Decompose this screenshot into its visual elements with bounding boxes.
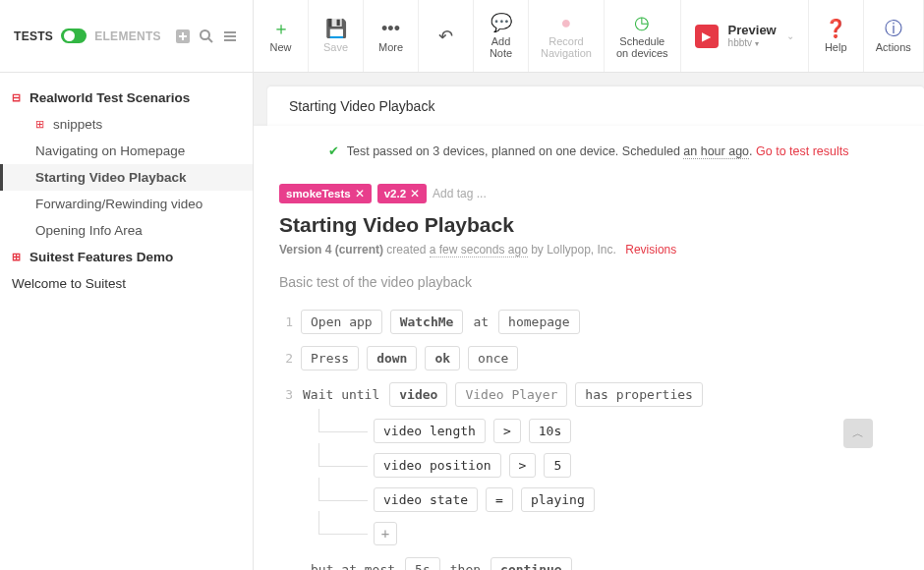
tag-smoketests[interactable]: smokeTests ✕ bbox=[279, 184, 372, 203]
add-note-button[interactable]: 💬Add Note bbox=[474, 0, 529, 72]
record-icon: ● bbox=[561, 14, 572, 31]
close-icon[interactable]: ✕ bbox=[410, 187, 420, 200]
plus-box-icon: ⊞ bbox=[12, 251, 24, 263]
new-button[interactable]: ＋New bbox=[254, 0, 309, 72]
step-number: 3 bbox=[279, 387, 293, 402]
add-icon[interactable] bbox=[174, 28, 192, 45]
tree-item-open-info[interactable]: Opening Info Area bbox=[0, 217, 253, 244]
tree-root-suitest[interactable]: ⊞Suitest Features Demo bbox=[0, 244, 253, 270]
property-row[interactable]: video position > 5 bbox=[374, 453, 898, 478]
plus-box-icon: ⊞ bbox=[35, 118, 47, 131]
undo-button[interactable]: ↶ bbox=[419, 0, 474, 72]
search-icon[interactable] bbox=[198, 28, 215, 45]
step-number: 2 bbox=[279, 351, 293, 366]
help-icon: ❓ bbox=[825, 20, 846, 37]
tree-item-snippets[interactable]: ⊞snippets bbox=[0, 111, 253, 138]
property-row[interactable]: video length > 10s bbox=[374, 419, 898, 443]
svg-point-1 bbox=[201, 30, 209, 39]
document-tab[interactable]: Starting Video Playback bbox=[267, 86, 924, 126]
help-button[interactable]: ❓Help bbox=[809, 0, 864, 72]
info-icon: ⓘ bbox=[885, 20, 902, 37]
play-icon: ▶ bbox=[695, 25, 719, 48]
step-3-tail[interactable]: but at most 5s then continue bbox=[309, 557, 898, 570]
tests-tab[interactable]: TESTS bbox=[14, 29, 53, 43]
check-icon: ✔ bbox=[328, 144, 339, 158]
actions-button[interactable]: ⓘActions bbox=[864, 0, 924, 72]
revisions-link[interactable]: Revisions bbox=[625, 243, 676, 256]
minus-icon: ⊟ bbox=[12, 91, 24, 104]
chat-icon: 💬 bbox=[491, 14, 512, 31]
tree-root-realworld[interactable]: ⊟Realworld Test Scenarios bbox=[0, 85, 253, 111]
record-nav-button[interactable]: ●Record Navigation bbox=[529, 0, 605, 72]
step-1[interactable]: 1 Open app WatchMe at homepage bbox=[279, 310, 898, 334]
main-area: Starting Video Playback ✔ Test passed on… bbox=[254, 73, 924, 570]
add-tag[interactable]: Add tag ... bbox=[433, 187, 487, 200]
preview-button[interactable]: ▶ Previewhbbtv ▾ ⌄ bbox=[681, 0, 809, 72]
tree-item-welcome[interactable]: Welcome to Suitest bbox=[0, 270, 253, 297]
close-icon[interactable]: ✕ bbox=[355, 187, 365, 200]
save-icon: 💾 bbox=[325, 20, 347, 37]
add-property-button[interactable]: + bbox=[374, 522, 397, 545]
step-number: 1 bbox=[279, 314, 293, 329]
more-button[interactable]: •••More bbox=[364, 0, 419, 72]
tag-v22[interactable]: v2.2 ✕ bbox=[377, 184, 427, 203]
step-3[interactable]: 3 Wait until video Video Player has prop… bbox=[279, 382, 898, 407]
version-line: Version 4 (current) created a few second… bbox=[279, 243, 898, 256]
tree-item-fwd-rwd[interactable]: Forwarding/Rewinding video bbox=[0, 191, 253, 217]
sidebar: ⊟Realworld Test Scenarios ⊞snippets Navi… bbox=[0, 73, 254, 570]
status-bar: ✔ Test passed on 3 devices, planned on o… bbox=[279, 143, 898, 158]
step-2[interactable]: 2 Press down ok once bbox=[279, 346, 898, 370]
schedule-button[interactable]: ◷Schedule on devices bbox=[605, 0, 681, 72]
undo-icon: ↶ bbox=[438, 28, 453, 45]
doc-title: Starting Video Playback bbox=[279, 213, 898, 237]
doc-description: Basic test of the video playback bbox=[279, 274, 898, 290]
tree-item-start-video[interactable]: Starting Video Playback bbox=[0, 164, 253, 191]
clock-icon: ◷ bbox=[634, 14, 650, 31]
tests-elements-toggle[interactable] bbox=[61, 28, 87, 43]
results-link[interactable]: Go to test results bbox=[756, 144, 848, 158]
tree-item-nav-home[interactable]: Navigating on Homepage bbox=[0, 138, 253, 164]
chevron-down-icon: ⌄ bbox=[786, 30, 794, 41]
menu-icon[interactable] bbox=[221, 28, 239, 45]
plus-icon: ＋ bbox=[272, 20, 290, 37]
dots-icon: ••• bbox=[381, 20, 400, 37]
elements-tab[interactable]: ELEMENTS bbox=[94, 29, 161, 43]
property-row[interactable]: video state = playing bbox=[374, 487, 898, 512]
save-button[interactable]: 💾Save bbox=[309, 0, 364, 72]
